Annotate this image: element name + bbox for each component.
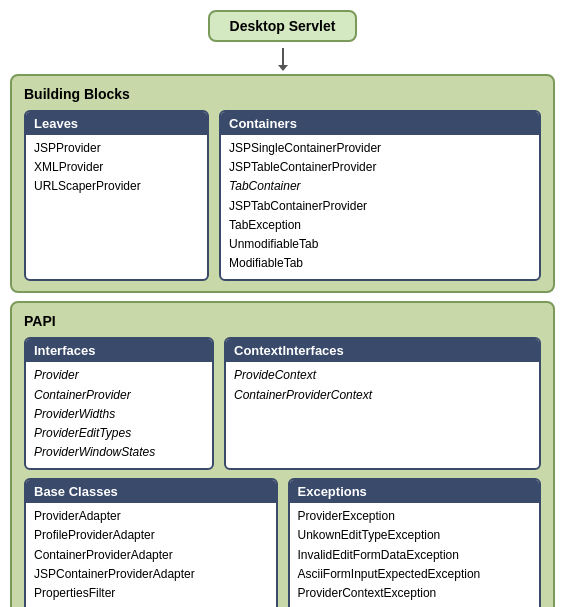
containers-header: Containers xyxy=(221,112,539,135)
list-item: ProviderWindowStates xyxy=(34,443,204,462)
list-item: UnmodifiableTab xyxy=(229,235,531,254)
list-item: JSPProvider xyxy=(34,139,199,158)
list-item: ContainerProviderContext xyxy=(234,386,531,405)
leaves-box: Leaves JSPProvider XMLProvider URLScaper… xyxy=(24,110,209,281)
list-item: TabContainer xyxy=(229,177,531,196)
building-blocks-row: Leaves JSPProvider XMLProvider URLScaper… xyxy=(24,110,541,281)
containers-body: JSPSingleContainerProvider JSPTableConta… xyxy=(221,135,539,279)
base-classes-header: Base Classes xyxy=(26,480,276,503)
list-item: PropertiesFilter xyxy=(34,584,268,603)
list-item: ProvideContext xyxy=(234,366,531,385)
arrow-connector xyxy=(282,48,284,66)
list-item: JSPContainerProviderAdapter xyxy=(34,565,268,584)
list-item: ContainerProvider xyxy=(34,386,204,405)
list-item: ProviderWidths xyxy=(34,405,204,424)
building-blocks-title: Building Blocks xyxy=(24,86,541,102)
list-item: XMLProvider xyxy=(34,158,199,177)
list-item: ProviderException xyxy=(298,507,532,526)
base-classes-box: Base Classes ProviderAdapter ProfileProv… xyxy=(24,478,278,607)
list-item: URLScaperProvider xyxy=(34,177,199,196)
list-item: JSPTabContainerProvider xyxy=(229,197,531,216)
containers-box: Containers JSPSingleContainerProvider JS… xyxy=(219,110,541,281)
list-item: ModifiableTab xyxy=(229,254,531,273)
context-interfaces-box: ContextInterfaces ProvideContext Contain… xyxy=(224,337,541,470)
list-item: AsciiFormInputExpectedException xyxy=(298,565,532,584)
diagram: Desktop Servlet Building Blocks Leaves J… xyxy=(10,10,555,607)
desktop-servlet-box: Desktop Servlet xyxy=(208,10,358,42)
desktop-servlet-label: Desktop Servlet xyxy=(230,18,336,34)
list-item: ProviderEditTypes xyxy=(34,424,204,443)
list-item: Provider xyxy=(34,366,204,385)
building-blocks-section: Building Blocks Leaves JSPProvider XMLPr… xyxy=(10,74,555,293)
leaves-header: Leaves xyxy=(26,112,207,135)
interfaces-header: Interfaces xyxy=(26,339,212,362)
leaves-body: JSPProvider XMLProvider URLScaperProvide… xyxy=(26,135,207,203)
list-item: ClientPropertiesFilter xyxy=(34,603,268,607)
exceptions-header: Exceptions xyxy=(290,480,540,503)
list-item: ProviderAdapter xyxy=(34,507,268,526)
exceptions-body: ProviderException UnkownEditTypeExceptio… xyxy=(290,503,540,607)
base-classes-body: ProviderAdapter ProfileProviderAdapter C… xyxy=(26,503,276,607)
context-interfaces-header: ContextInterfaces xyxy=(226,339,539,362)
list-item: JSPTableContainerProvider xyxy=(229,158,531,177)
papi-top-row: Interfaces Provider ContainerProvider Pr… xyxy=(24,337,541,470)
interfaces-body: Provider ContainerProvider ProviderWidth… xyxy=(26,362,212,468)
list-item: UnkownEditTypeException xyxy=(298,526,532,545)
context-interfaces-body: ProvideContext ContainerProviderContext xyxy=(226,362,539,410)
list-item: ProfileProviderAdapter xyxy=(34,526,268,545)
exceptions-box: Exceptions ProviderException UnkownEditT… xyxy=(288,478,542,607)
papi-bottom-row: Base Classes ProviderAdapter ProfileProv… xyxy=(24,478,541,607)
list-item: UnsupportedWindowStateException xyxy=(298,603,532,607)
list-item: ContainerProviderAdapter xyxy=(34,546,268,565)
list-item: InvalidEditFormDataException xyxy=(298,546,532,565)
papi-title: PAPI xyxy=(24,313,541,329)
list-item: ProviderContextException xyxy=(298,584,532,603)
interfaces-box: Interfaces Provider ContainerProvider Pr… xyxy=(24,337,214,470)
papi-section: PAPI Interfaces Provider ContainerProvid… xyxy=(10,301,555,607)
list-item: TabException xyxy=(229,216,531,235)
list-item: JSPSingleContainerProvider xyxy=(229,139,531,158)
